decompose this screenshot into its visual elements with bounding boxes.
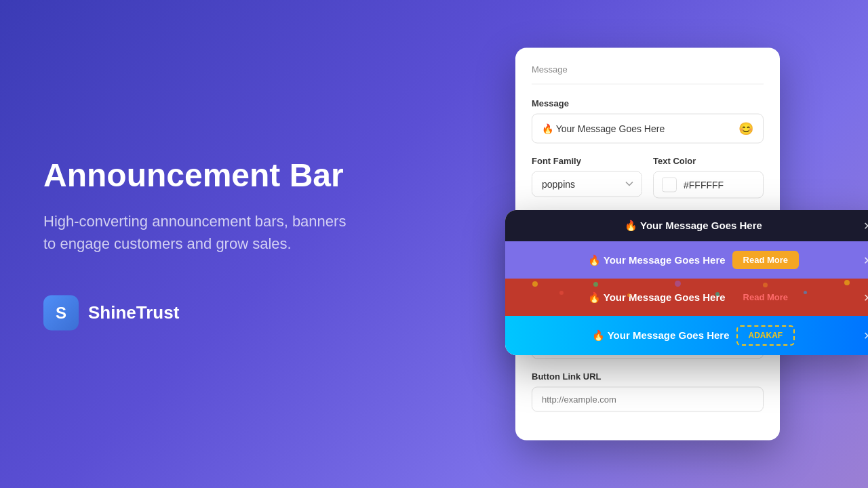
- brand-logo-letter: S: [56, 303, 66, 322]
- bar1-text: 🔥 Your Message Goes Here: [625, 220, 762, 232]
- bar2-text: 🔥 Your Message Goes Here: [588, 254, 726, 266]
- confetti-dot: [532, 281, 538, 287]
- button-link-section: Button Link URL: [532, 371, 764, 412]
- page-title: Announcement Bar: [43, 158, 355, 194]
- color-swatch: [662, 178, 677, 192]
- brand-logo: S: [43, 295, 79, 330]
- brand-name: ShineTrust: [88, 302, 179, 323]
- confetti-dot: [559, 291, 564, 295]
- bar4-close-icon[interactable]: ✕: [863, 329, 868, 342]
- color-value: #FFFFFF: [684, 180, 724, 190]
- bar2-close-icon[interactable]: ✕: [863, 253, 868, 266]
- bar2-cta-button[interactable]: Read More: [732, 251, 799, 269]
- preview-bar-red: 🔥 Your Message Goes Here Read More ✕: [505, 279, 868, 316]
- confetti-dot: [627, 293, 631, 297]
- page-subtitle: High-converting announcement bars, banne…: [43, 209, 355, 254]
- panel-header: Message: [532, 64, 764, 85]
- left-panel: Announcement Bar High-converting announc…: [43, 158, 355, 331]
- bar4-cta-button[interactable]: ADAKAF: [736, 325, 795, 346]
- bar3-close-icon[interactable]: ✕: [863, 291, 868, 304]
- confetti-dot: [844, 280, 850, 285]
- confetti-dot: [763, 283, 768, 287]
- bar4-text: 🔥 Your Message Goes Here: [592, 329, 730, 342]
- message-section: Message 🔥 Your Message Goes Here 😊: [532, 98, 764, 144]
- text-color-label: Text Color: [653, 156, 764, 166]
- font-family-section: Font Family poppins: [532, 156, 642, 199]
- confetti-dot: [593, 282, 598, 287]
- text-color-input[interactable]: #FFFFFF: [653, 171, 764, 199]
- bar3-text: 🔥 Your Message Goes Here: [588, 291, 726, 304]
- emoji-button[interactable]: 😊: [738, 121, 753, 136]
- preview-bar-dark: 🔥 Your Message Goes Here ✕: [505, 210, 868, 241]
- bar3-cta-button[interactable]: Read More: [732, 288, 799, 306]
- font-family-select[interactable]: poppins: [532, 171, 642, 197]
- confetti-dot: [804, 291, 807, 294]
- text-color-section: Text Color #FFFFFF: [653, 156, 764, 199]
- font-family-label: Font Family: [532, 156, 642, 166]
- bar1-close-icon[interactable]: ✕: [863, 220, 868, 232]
- preview-bar-cyan: 🔥 Your Message Goes Here ADAKAF ✕: [505, 316, 868, 355]
- confetti-dot: [675, 281, 681, 287]
- preview-popup: 🔥 Your Message Goes Here ✕ 🔥 Your Messag…: [505, 210, 868, 355]
- brand: S ShineTrust: [43, 295, 355, 330]
- message-label: Message: [532, 98, 764, 108]
- font-color-row: Font Family poppins Text Color #FFFFFF: [532, 156, 764, 199]
- message-input-text: 🔥 Your Message Goes Here: [542, 123, 665, 134]
- message-input-wrap[interactable]: 🔥 Your Message Goes Here 😊: [532, 114, 764, 144]
- button-link-label: Button Link URL: [532, 371, 764, 382]
- preview-bar-purple: 🔥 Your Message Goes Here Read More ✕: [505, 241, 868, 279]
- button-link-input[interactable]: [532, 387, 764, 412]
- confetti-dot: [715, 292, 719, 296]
